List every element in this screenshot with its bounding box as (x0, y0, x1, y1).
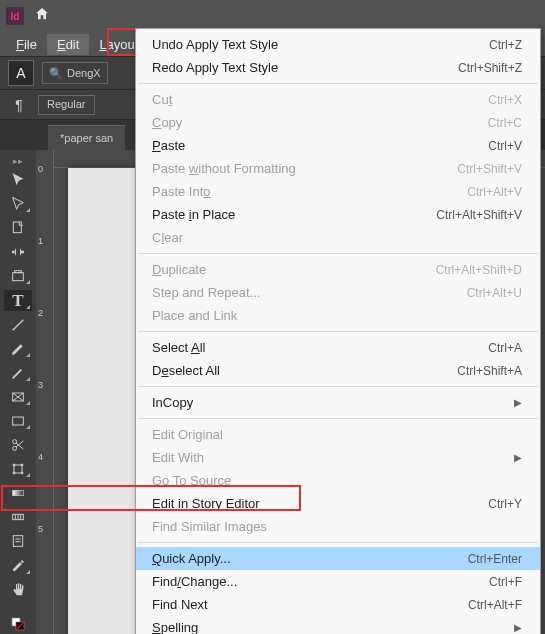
menu-item-place-and-link: Place and Link (136, 304, 540, 327)
menu-item-paste-into: Paste IntoCtrl+Alt+V (136, 180, 540, 203)
type-tool[interactable]: T (4, 290, 32, 310)
menu-item-label: Go To Source (152, 473, 231, 488)
ruler-tick: 2 (38, 308, 43, 318)
menu-item-shortcut: Ctrl+Alt+U (467, 286, 522, 300)
menu-item-shortcut: Ctrl+Alt+Shift+D (436, 263, 522, 277)
ruler-tick: 4 (38, 452, 43, 462)
svg-rect-15 (13, 491, 24, 496)
svg-point-14 (21, 472, 23, 474)
menu-item-find-change[interactable]: Find/Change...Ctrl+F (136, 570, 540, 593)
menu-separator (138, 542, 538, 543)
rectangle-tool[interactable] (4, 411, 32, 431)
menu-item-incopy[interactable]: InCopy▶ (136, 391, 540, 414)
menu-item-label: Paste Into (152, 184, 211, 199)
menu-separator (138, 386, 538, 387)
document-tab-label: *paper san (60, 132, 113, 144)
submenu-arrow-icon: ▶ (494, 397, 522, 408)
menu-item-shortcut: Ctrl+Alt+V (467, 185, 522, 199)
menu-item-quick-apply[interactable]: Quick Apply...Ctrl+Enter (136, 547, 540, 570)
menu-item-edit-in-story-editor[interactable]: Edit in Story EditorCtrl+Y (136, 492, 540, 515)
scissors-tool[interactable] (4, 435, 32, 455)
menu-item-label: Duplicate (152, 262, 206, 277)
content-collector-tool[interactable] (4, 266, 32, 286)
menu-item-label: Cut (152, 92, 172, 107)
menu-edit[interactable]: Edit (47, 34, 89, 55)
hand-tool[interactable] (4, 580, 32, 600)
gradient-feather-tool[interactable] (4, 507, 32, 527)
pencil-tool[interactable] (4, 363, 32, 383)
menu-item-shortcut: Ctrl+Z (489, 38, 522, 52)
menu-item-redo-apply-text-style[interactable]: Redo Apply Text StyleCtrl+Shift+Z (136, 56, 540, 79)
font-style-value: Regular (47, 98, 86, 110)
menu-item-label: Paste without Formatting (152, 161, 296, 176)
rectangle-frame-tool[interactable] (4, 387, 32, 407)
menu-item-paste-in-place[interactable]: Paste in PlaceCtrl+Alt+Shift+V (136, 203, 540, 226)
svg-rect-0 (13, 222, 21, 233)
menu-file[interactable]: File (6, 34, 47, 55)
menu-item-label: Find Similar Images (152, 519, 267, 534)
menu-item-shortcut: Ctrl+C (488, 116, 522, 130)
menu-item-undo-apply-text-style[interactable]: Undo Apply Text StyleCtrl+Z (136, 33, 540, 56)
menu-item-paste[interactable]: PasteCtrl+V (136, 134, 540, 157)
font-style-select[interactable]: Regular (38, 95, 95, 115)
menu-separator (138, 83, 538, 84)
gap-tool[interactable] (4, 242, 32, 262)
menu-item-label: Edit in Story Editor (152, 496, 260, 511)
gradient-swatch-tool[interactable] (4, 483, 32, 503)
document-tab[interactable]: *paper san (48, 125, 125, 150)
svg-point-12 (21, 464, 23, 466)
font-family-input[interactable]: 🔍 DengX (42, 62, 108, 84)
note-tool[interactable] (4, 531, 32, 551)
menu-item-label: Deselect All (152, 363, 220, 378)
ruler-tick: 1 (38, 236, 43, 246)
svg-point-11 (13, 464, 15, 466)
menu-item-label: Paste (152, 138, 185, 153)
svg-point-13 (13, 472, 15, 474)
svg-rect-2 (15, 271, 22, 273)
menu-item-duplicate: DuplicateCtrl+Alt+Shift+D (136, 258, 540, 281)
menu-item-shortcut: Ctrl+Enter (468, 552, 522, 566)
menu-item-shortcut: Ctrl+Shift+A (457, 364, 522, 378)
menu-item-label: Clear (152, 230, 183, 245)
menu-item-deselect-all[interactable]: Deselect AllCtrl+Shift+A (136, 359, 540, 382)
menu-item-paste-without-formatting: Paste without FormattingCtrl+Shift+V (136, 157, 540, 180)
search-icon: 🔍 (49, 67, 63, 80)
menu-item-shortcut: Ctrl+X (488, 93, 522, 107)
submenu-arrow-icon: ▶ (494, 622, 522, 633)
menu-item-shortcut: Ctrl+Alt+Shift+V (436, 208, 522, 222)
menu-item-shortcut: Ctrl+Alt+F (468, 598, 522, 612)
paragraph-formatting-icon[interactable]: ¶ (8, 94, 30, 116)
menu-item-shortcut: Ctrl+F (489, 575, 522, 589)
character-formatting-icon[interactable]: A (8, 60, 34, 86)
page-tool[interactable] (4, 218, 32, 238)
edit-menu-dropdown: Undo Apply Text StyleCtrl+ZRedo Apply Te… (135, 28, 541, 634)
menu-item-label: Copy (152, 115, 182, 130)
fill-stroke-swatch[interactable] (4, 614, 32, 634)
eyedropper-tool[interactable] (4, 556, 32, 576)
selection-tool[interactable] (4, 170, 32, 190)
home-icon[interactable] (34, 6, 50, 26)
menu-item-find-next[interactable]: Find NextCtrl+Alt+F (136, 593, 540, 616)
svg-rect-10 (14, 465, 22, 473)
svg-rect-20 (13, 536, 22, 547)
svg-rect-7 (13, 417, 24, 425)
tools-panel: ▸▸ T T (0, 150, 36, 634)
svg-line-3 (13, 319, 24, 330)
free-transform-tool[interactable] (4, 459, 32, 479)
menu-item-label: Find/Change... (152, 574, 237, 589)
panel-expand-icon[interactable]: ▸▸ (6, 156, 30, 166)
menu-item-shortcut: Ctrl+A (488, 341, 522, 355)
submenu-arrow-icon: ▶ (494, 452, 522, 463)
menu-item-shortcut: Ctrl+Shift+V (457, 162, 522, 176)
menu-separator (138, 418, 538, 419)
menu-item-cut: CutCtrl+X (136, 88, 540, 111)
menu-item-edit-original: Edit Original (136, 423, 540, 446)
menu-item-copy: CopyCtrl+C (136, 111, 540, 134)
line-tool[interactable] (4, 315, 32, 335)
pen-tool[interactable] (4, 339, 32, 359)
menu-item-spelling[interactable]: Spelling▶ (136, 616, 540, 634)
ruler-tick: 0 (38, 164, 43, 174)
menu-item-select-all[interactable]: Select AllCtrl+A (136, 336, 540, 359)
font-family-value: DengX (67, 67, 101, 79)
direct-selection-tool[interactable] (4, 194, 32, 214)
